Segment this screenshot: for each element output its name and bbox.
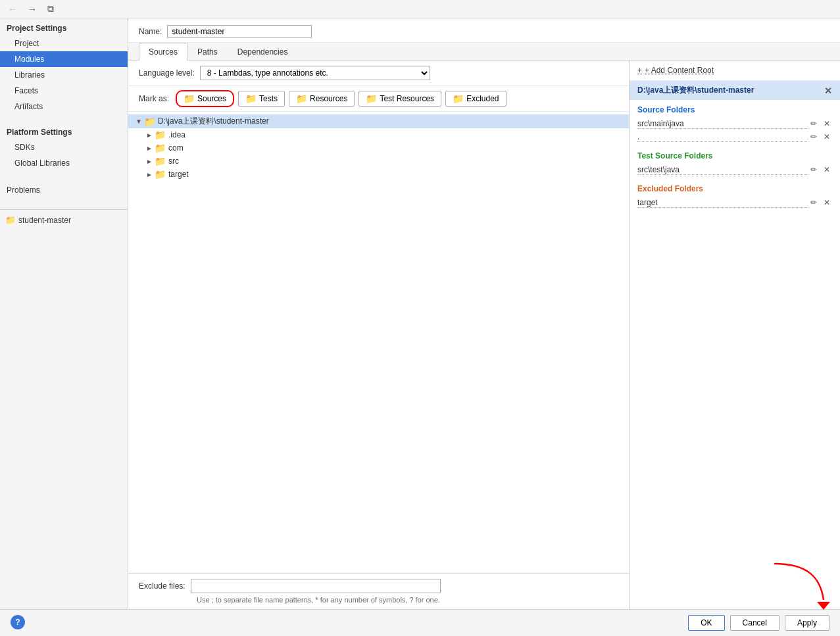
sidebar-problems[interactable]: Problems xyxy=(0,182,128,199)
tab-sources[interactable]: Sources xyxy=(139,43,187,61)
mark-excluded-button[interactable]: 📁 Excluded xyxy=(445,91,506,107)
cancel-button[interactable]: Cancel xyxy=(730,615,779,631)
plus-icon: + xyxy=(637,66,642,75)
tab-dependencies[interactable]: Dependencies xyxy=(228,43,298,61)
edit-source-folder-button[interactable]: ✏ xyxy=(808,118,819,129)
add-content-root-button[interactable]: + + Add Content Root xyxy=(637,66,832,75)
idea-folder-icon: 📁 xyxy=(155,130,166,140)
module-name-label: Name: xyxy=(139,27,162,36)
test-source-folders-section: Test Source Folders src\test\java ✏ ✕ xyxy=(630,146,840,179)
mark-as-row: Mark as: 📁 Sources 📁 Tests 📁 Resources xyxy=(128,86,629,112)
excluded-folders-header: Excluded Folders xyxy=(637,184,832,193)
mark-resources-button[interactable]: 📁 Resources xyxy=(289,91,355,107)
module-name-row: Name: xyxy=(128,18,840,43)
panels-area: Language level: 8 - Lambdas, type annota… xyxy=(128,61,840,609)
edit-excluded-folder-button[interactable]: ✏ xyxy=(808,197,819,208)
mark-sources-button[interactable]: 📁 Sources xyxy=(176,90,234,107)
sidebar-item-global-libraries[interactable]: Global Libraries xyxy=(0,155,128,171)
tree-item-src[interactable]: ► 📁 src xyxy=(128,155,629,168)
language-level-select[interactable]: 8 - Lambdas, type annotations etc.7 - Di… xyxy=(200,66,430,80)
ok-button[interactable]: OK xyxy=(688,615,724,631)
tree-item-com[interactable]: ► 📁 com xyxy=(128,141,629,155)
sources-folder-icon: 📁 xyxy=(184,93,195,104)
tree-item-com-label: com xyxy=(168,143,184,153)
sidebar-separator xyxy=(0,171,128,182)
excluded-folder-icon: 📁 xyxy=(453,93,464,104)
platform-settings-header: Platform Settings xyxy=(0,122,128,139)
exclude-files-label: Exclude files: xyxy=(139,581,185,591)
mark-tests-button[interactable]: 📁 Tests xyxy=(238,91,285,107)
target-folder-icon: 📁 xyxy=(155,169,166,180)
root-folder-icon: 📁 xyxy=(144,116,155,127)
remove-source-dot-button[interactable]: ✕ xyxy=(822,132,832,142)
tree-arrow-target: ► xyxy=(144,171,155,178)
edit-source-dot-button[interactable]: ✏ xyxy=(808,132,819,142)
excluded-folder-actions-0: ✏ ✕ xyxy=(808,197,832,208)
bottom-area: Exclude files: Use ; to separate file na… xyxy=(128,573,629,609)
apply-button[interactable]: Apply xyxy=(785,615,829,631)
com-folder-icon: 📁 xyxy=(155,143,166,153)
help-button[interactable]: ? xyxy=(11,615,25,629)
sidebar: Project Settings Project Modules Librari… xyxy=(0,18,128,609)
source-folder-row-0: src\main\java ✏ ✕ xyxy=(637,117,832,130)
file-tree: ▼ 📁 D:\java上课资料\student-master ► 📁 .idea… xyxy=(128,112,629,573)
exclude-files-input[interactable] xyxy=(191,579,441,593)
edit-test-source-button[interactable]: ✏ xyxy=(808,164,819,175)
test-source-folder-actions-0: ✏ ✕ xyxy=(808,164,832,175)
sidebar-item-facets[interactable]: Facets xyxy=(0,83,128,99)
content-area: Name: Sources Paths Dependencies Languag… xyxy=(128,18,840,609)
file-tree-panel: Language level: 8 - Lambdas, type annota… xyxy=(128,61,630,609)
remove-excluded-folder-button[interactable]: ✕ xyxy=(822,197,832,208)
test-resources-folder-icon: 📁 xyxy=(366,93,377,104)
copy-button[interactable]: ⧉ xyxy=(45,2,57,16)
tree-arrow-idea: ► xyxy=(144,132,155,139)
tree-item-root[interactable]: ▼ 📁 D:\java上课资料\student-master xyxy=(128,114,629,128)
tree-item-target[interactable]: ► 📁 target xyxy=(128,168,629,181)
source-folder-row-dot: . ✏ ✕ xyxy=(637,130,832,143)
resources-folder-icon: 📁 xyxy=(296,93,307,104)
tree-item-root-label: D:\java上课资料\student-master xyxy=(158,116,269,127)
main-layout: Project Settings Project Modules Librari… xyxy=(0,18,840,609)
source-folders-header: Source Folders xyxy=(637,105,832,114)
module-tree-item-student-master[interactable]: 📁 student-master xyxy=(0,212,128,228)
source-folders-section: Source Folders src\main\java ✏ ✕ . ✏ ✕ xyxy=(630,100,840,146)
info-panel: + + Add Content Root D:\java上课资料\student… xyxy=(630,61,840,609)
tree-item-idea[interactable]: ► 📁 .idea xyxy=(128,128,629,141)
exclude-files-row: Exclude files: xyxy=(139,579,618,593)
tree-arrow-root: ▼ xyxy=(134,118,144,125)
excluded-folders-section: Excluded Folders target ✏ ✕ xyxy=(630,179,840,212)
module-name-input[interactable] xyxy=(167,25,312,38)
excluded-folder-path-0: target xyxy=(637,198,808,208)
tree-item-target-label: target xyxy=(168,170,189,179)
back-button[interactable]: ← xyxy=(5,3,20,16)
src-folder-icon: 📁 xyxy=(155,156,166,166)
mark-test-resources-button[interactable]: 📁 Test Resources xyxy=(358,91,441,107)
tree-item-src-label: src xyxy=(168,157,179,166)
tabs-row: Sources Paths Dependencies xyxy=(128,43,840,61)
tree-arrow-com: ► xyxy=(144,145,155,152)
language-level-label: Language level: xyxy=(139,68,195,78)
mark-as-label: Mark as: xyxy=(139,94,169,103)
tests-folder-icon: 📁 xyxy=(245,93,257,104)
sidebar-item-libraries[interactable]: Libraries xyxy=(0,67,128,83)
source-folder-actions-0: ✏ ✕ xyxy=(808,118,832,129)
sidebar-item-artifacts[interactable]: Artifacts xyxy=(0,99,128,114)
sidebar-item-sdks[interactable]: SDKs xyxy=(0,139,128,155)
forward-button[interactable]: → xyxy=(25,3,39,16)
top-toolbar: ← → ⧉ xyxy=(0,0,840,18)
tab-paths[interactable]: Paths xyxy=(187,43,228,61)
exclude-hint: Use ; to separate file name patterns, * … xyxy=(139,596,618,604)
test-source-folder-path-0: src\test\java xyxy=(637,165,808,175)
language-level-row: Language level: 8 - Lambdas, type annota… xyxy=(128,61,629,86)
excluded-folder-row-0: target ✏ ✕ xyxy=(637,196,832,209)
sidebar-item-project[interactable]: Project xyxy=(0,36,128,51)
module-folder-icon: 📁 xyxy=(5,215,16,225)
tree-arrow-src: ► xyxy=(144,158,155,165)
footer-buttons: ? OK Cancel Apply xyxy=(0,609,840,636)
test-source-folders-header: Test Source Folders xyxy=(637,151,832,160)
remove-source-folder-button[interactable]: ✕ xyxy=(822,118,832,129)
sidebar-item-modules[interactable]: Modules xyxy=(0,51,128,67)
remove-test-source-button[interactable]: ✕ xyxy=(822,164,832,175)
source-folder-path-0: src\main\java xyxy=(637,119,808,129)
close-path-button[interactable]: ✕ xyxy=(824,86,832,96)
